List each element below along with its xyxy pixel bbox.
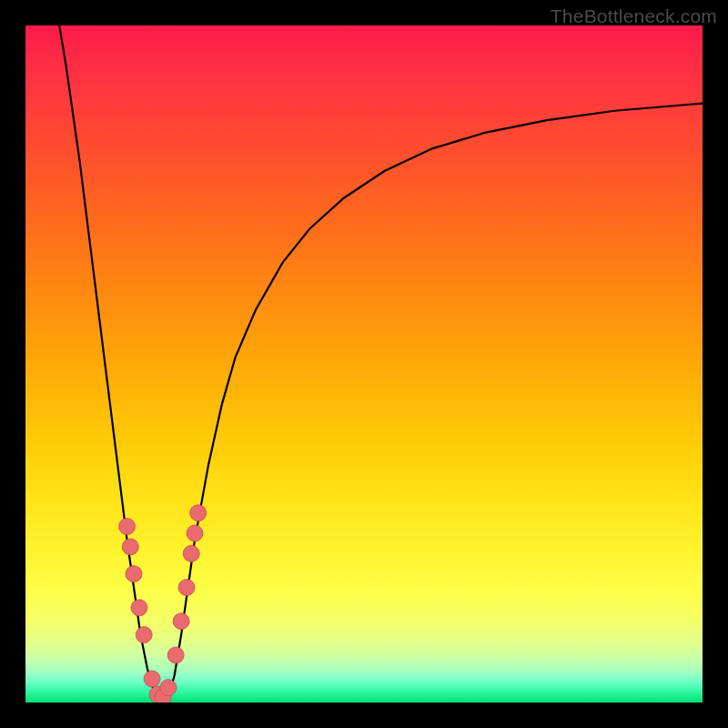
data-marker <box>122 539 138 555</box>
data-marker <box>178 580 195 596</box>
data-marker <box>190 505 207 521</box>
data-marker <box>160 680 177 696</box>
data-marker <box>167 647 184 663</box>
plot-area <box>25 25 703 703</box>
data-marker <box>173 613 189 630</box>
data-marker <box>183 545 199 561</box>
data-marker <box>187 525 203 541</box>
marker-group <box>119 505 207 703</box>
data-marker <box>131 600 147 616</box>
data-marker <box>144 671 160 687</box>
data-marker <box>126 566 142 582</box>
chart-frame: TheBottleneck.com <box>0 0 728 728</box>
watermark-text: TheBottleneck.com <box>551 5 717 27</box>
bottleneck-curve <box>59 25 703 703</box>
curve-layer <box>25 25 703 703</box>
data-marker <box>119 519 136 535</box>
data-marker <box>136 627 152 643</box>
